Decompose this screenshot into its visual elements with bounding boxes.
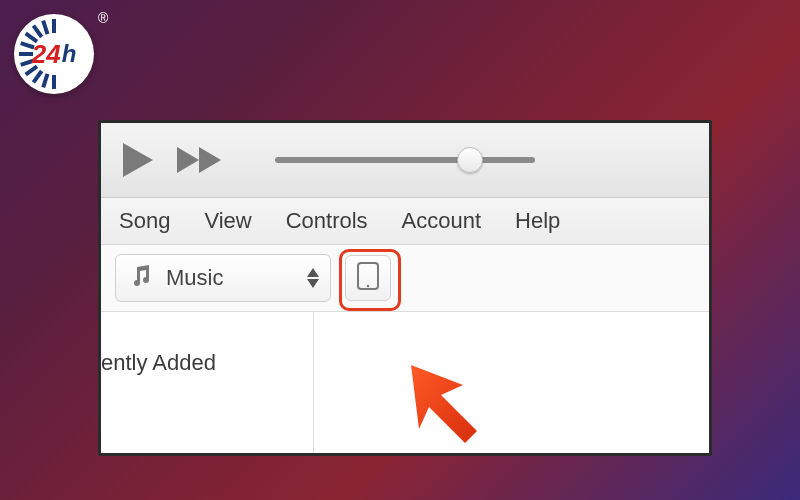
main-area: ently Added <box>101 312 709 456</box>
play-icon[interactable] <box>121 141 155 179</box>
watermark-h: h <box>62 40 77 68</box>
menu-help[interactable]: Help <box>515 208 560 234</box>
stepper-icon[interactable] <box>306 268 320 288</box>
watermark-text: 24h <box>19 19 89 89</box>
watermark-logo: 24h <box>14 14 94 94</box>
library-row: Music <box>101 245 709 312</box>
menu-account[interactable]: Account <box>402 208 482 234</box>
watermark-24: 24 <box>32 39 61 70</box>
device-button[interactable] <box>345 255 391 301</box>
svg-marker-3 <box>307 268 319 277</box>
app-background: 24h ® Song View Controls Account Help <box>0 0 800 500</box>
slider-track <box>275 157 535 163</box>
svg-marker-1 <box>177 147 199 173</box>
svg-marker-4 <box>307 279 319 288</box>
library-label: Music <box>166 265 223 291</box>
svg-marker-0 <box>123 143 153 177</box>
playback-toolbar <box>101 123 709 198</box>
fast-forward-icon[interactable] <box>177 145 225 175</box>
svg-marker-2 <box>199 147 221 173</box>
ipad-icon <box>357 262 379 294</box>
menu-bar: Song View Controls Account Help <box>101 198 709 245</box>
content-pane <box>314 312 709 456</box>
volume-slider[interactable] <box>275 148 535 172</box>
sidebar: ently Added <box>101 312 314 456</box>
slider-thumb[interactable] <box>457 147 483 173</box>
itunes-window: Song View Controls Account Help Music <box>98 120 712 456</box>
menu-controls[interactable]: Controls <box>286 208 368 234</box>
svg-point-6 <box>367 285 370 288</box>
sidebar-item-recently-added[interactable]: ently Added <box>101 346 313 380</box>
music-note-icon <box>130 264 152 292</box>
library-selector[interactable]: Music <box>115 254 331 302</box>
menu-view[interactable]: View <box>204 208 251 234</box>
menu-song[interactable]: Song <box>119 208 170 234</box>
registered-mark: ® <box>98 10 108 26</box>
